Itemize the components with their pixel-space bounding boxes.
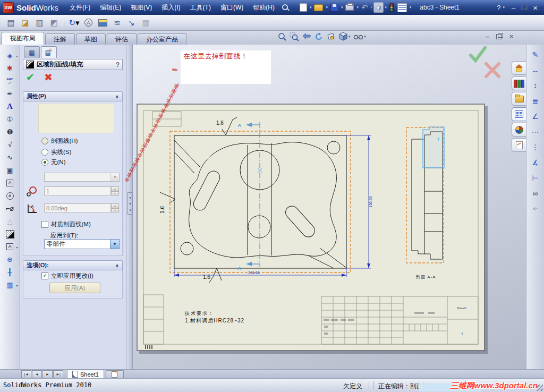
select-dropdown-icon[interactable]: ▾ (385, 5, 387, 10)
section-view-icon[interactable] (96, 16, 109, 29)
custom-properties-tab[interactable] (512, 138, 526, 152)
tables-icon-dropdown[interactable]: ▾ (16, 284, 18, 287)
centerline-icon[interactable]: ╂ (3, 266, 18, 278)
minimize-button[interactable]: – (512, 4, 515, 12)
note-icon[interactable]: A (3, 100, 18, 113)
apply-immediately-checkbox[interactable]: ✔ (41, 272, 48, 279)
property-manager-tab[interactable]: ▤✎ (41, 46, 57, 58)
close-button[interactable]: × (533, 3, 538, 12)
smart-dimension-icon-dropdown[interactable]: ▾ (16, 54, 18, 58)
view-orientation-dropdown-icon[interactable]: ▾ (348, 35, 351, 39)
model-view-icon[interactable]: ◪ (19, 16, 32, 29)
select-button[interactable]: ➤ (373, 2, 384, 13)
options-button[interactable] (396, 2, 409, 13)
help-button[interactable]: ? (497, 4, 500, 12)
confirm-cancel-icon[interactable] (483, 62, 502, 80)
menu-item[interactable]: 工具(T) (185, 0, 216, 15)
horizontal-ordinate-icon[interactable]: ⋯ (529, 126, 542, 138)
material-hatch-checkbox-row[interactable]: 材质剖面线(M) (41, 220, 91, 228)
panel-splitter[interactable]: ◂◂◂ (126, 45, 133, 369)
update-view-icon-dropdown[interactable]: ▾ (75, 18, 80, 28)
sheet-tab[interactable]: Sheet1 (67, 370, 104, 379)
child-minimize-button[interactable]: – (486, 33, 489, 40)
menu-item[interactable]: 插入(I) (157, 0, 185, 15)
ordinate-dimension-icon[interactable]: ∠ (529, 110, 542, 122)
radio-hatch-circle[interactable] (41, 138, 48, 144)
highlighted-face[interactable] (423, 127, 444, 168)
undo-button[interactable]: ↶ (360, 3, 370, 12)
child-restore-button[interactable] (496, 34, 502, 39)
save-button[interactable] (329, 3, 340, 13)
smart-dimension-icon[interactable]: ✎ (529, 49, 542, 61)
material-hatch-checkbox[interactable] (41, 221, 48, 228)
datum-feature-icon[interactable]: A (3, 177, 18, 189)
scale-spinner[interactable]: ▲▼ (111, 186, 119, 195)
save-dropdown-icon[interactable]: ▾ (341, 5, 343, 10)
cancel-x-icon[interactable]: ✖ (44, 71, 53, 83)
break-view-icon[interactable]: ≋ (110, 16, 124, 29)
new-drawing-view-icon[interactable]: ▤ (4, 16, 18, 29)
tables-icon[interactable]: ▦▾ (3, 279, 18, 291)
solidworks-resources-tab[interactable] (512, 61, 526, 75)
datum-dimension-icon[interactable]: ⊢ (529, 172, 542, 184)
auto-balloon-icon[interactable]: ❶ (3, 126, 18, 138)
open-button[interactable] (312, 3, 325, 12)
smart-dimension-icon[interactable]: ◈▾ (3, 49, 18, 62)
model-items-icon[interactable]: ✱ (3, 62, 18, 74)
properties-group-header[interactable]: 属性(P) ∧ (23, 91, 123, 101)
zoom-to-fit-icon[interactable] (277, 32, 287, 41)
menu-item[interactable]: 视图(V) (126, 0, 157, 15)
area-hatch-fill-icon[interactable] (3, 228, 18, 240)
command-tab[interactable]: 草图 (76, 33, 106, 45)
add-sheet-tab[interactable] (106, 370, 124, 378)
blocks-icon-dropdown[interactable]: ▾ (16, 245, 18, 249)
design-library-tab[interactable] (512, 76, 526, 90)
options-group-header[interactable]: 选项(O): ∧ (23, 260, 123, 270)
open-dropdown-icon[interactable]: ▾ (326, 5, 328, 10)
blocks-icon[interactable]: A▾ (3, 241, 18, 253)
zoom-to-area-icon[interactable] (290, 32, 299, 41)
3d-drawing-view-icon[interactable] (326, 32, 336, 41)
new-dropdown-icon[interactable]: ▾ (310, 5, 312, 10)
menu-item[interactable]: 文件(F) (65, 0, 95, 15)
view-orientation-icon[interactable]: ▾ (338, 32, 351, 41)
dim-horizontal-text[interactable]: 266.66 (248, 271, 260, 275)
view-palette-tab[interactable] (512, 107, 526, 121)
child-close-button[interactable]: ✕ (509, 33, 514, 40)
center-mark-icon[interactable]: ⊕ (3, 253, 18, 266)
radio-none-circle[interactable] (41, 159, 48, 166)
angle-spinner[interactable]: ▲▼ (111, 203, 119, 212)
vertical-ordinate-icon[interactable]: ⋮ (529, 141, 542, 153)
apply-to-dropdown-icon[interactable]: ▼ (110, 240, 119, 249)
options-dropdown-icon[interactable]: ▾ (410, 5, 412, 10)
projected-view-icon[interactable]: ▥ (33, 16, 46, 29)
splitter-collapse-handle[interactable]: ◂◂◂ (127, 192, 133, 215)
new-document-button[interactable] (298, 2, 309, 13)
radio-none[interactable]: 无(N) (41, 158, 65, 166)
command-tab[interactable]: 注解 (45, 33, 75, 45)
crop-view-icon[interactable]: ↘ (125, 16, 138, 29)
prev-sheet-button[interactable]: ◄ (32, 370, 42, 378)
hide-show-annotations-icon[interactable]: ∞ (529, 188, 542, 199)
menu-item[interactable]: 窗口(W) (216, 0, 248, 15)
auxiliary-view-icon[interactable]: ◩ (47, 16, 61, 29)
datum-target-icon[interactable]: A (3, 190, 18, 202)
ok-check-icon[interactable]: ✔ (26, 71, 35, 83)
apply-to-combo[interactable]: 零部件 ▼ (44, 239, 120, 249)
rebuild-button[interactable] (388, 2, 396, 13)
apply-immediately-row[interactable]: ✔ 立即应用更改(I) (41, 272, 94, 280)
chamfer-dimension-icon[interactable]: ∡ (529, 157, 542, 168)
radio-hatch[interactable]: 剖面线(H) (41, 137, 78, 145)
command-tab[interactable]: 评估 (107, 33, 137, 45)
panel-help-icon[interactable]: ? (116, 61, 120, 69)
resize-grip[interactable] (537, 385, 543, 391)
hatch-angle-input[interactable] (44, 203, 111, 212)
menu-item[interactable]: 编辑(E) (95, 0, 126, 15)
appearances-tab[interactable] (512, 123, 526, 137)
search-icon[interactable] (282, 4, 290, 12)
next-sheet-button[interactable]: ► (42, 370, 53, 378)
weld-symbol-icon[interactable]: ∿ (3, 151, 18, 164)
maximize-button[interactable] (521, 5, 527, 10)
hatch-scale-input[interactable] (44, 186, 111, 195)
vertical-dimension-icon[interactable]: ↕ (529, 80, 542, 91)
